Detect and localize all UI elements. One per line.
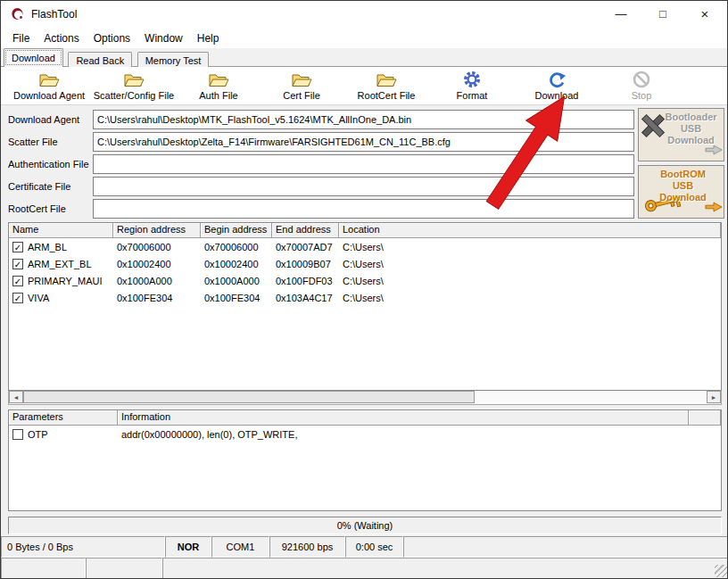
stop-icon [609, 69, 674, 89]
parameters-table: Parameters Information OTP addr(0x000000… [8, 409, 722, 511]
folder-icon [10, 69, 88, 89]
menu-bar: File Actions Options Window Help [1, 28, 727, 48]
rootcert-file-button[interactable]: RootCert File [351, 69, 422, 101]
auth-file-button[interactable]: Auth File [188, 69, 249, 101]
column-header-filler [689, 410, 721, 426]
row-name: PRIMARY_MAUI [28, 276, 103, 286]
row-end-cell: 0x103A4C17 [272, 293, 339, 303]
bootrom-usb-download-button[interactable]: BootROM USB Download [638, 165, 724, 219]
column-header-information[interactable]: Information [118, 410, 689, 426]
column-header-location[interactable]: Location [339, 223, 721, 238]
status-com-port: COM1 [211, 536, 269, 558]
format-button[interactable]: Format [440, 69, 504, 101]
row-begin-cell: 0x1000A000 [201, 276, 272, 286]
download-action-button[interactable]: Download [522, 69, 592, 101]
row-begin-cell: 0x70006000 [201, 242, 272, 252]
minimize-button[interactable]: — [600, 1, 641, 28]
row-end-cell: 0x10009B07 [272, 259, 339, 269]
status-baud-rate: 921600 bps [269, 536, 345, 558]
certificate-file-input[interactable] [93, 177, 634, 196]
row-end-cell: 0x70007AD7 [272, 242, 339, 252]
bootloader-usb-download-button[interactable]: Bootloader USB Download [638, 108, 724, 161]
scatter-file-field-label: Scatter File [8, 136, 58, 147]
download-agent-label: Download Agent [10, 90, 88, 101]
download-agent-button[interactable]: Download Agent [10, 69, 88, 101]
parameter-row[interactable]: OTP addr(0x00000000), len(0), OTP_WRITE, [9, 426, 721, 443]
column-header-region-address[interactable]: Region address [113, 223, 201, 238]
column-header-begin-address[interactable]: Begin address [201, 223, 272, 238]
tab-strip: Download Read Back Memory Test [1, 48, 727, 67]
table-row[interactable]: ✓VIVA 0x100FE304 0x100FE304 0x103A4C17 C… [9, 289, 721, 306]
authentication-file-field-label: Authentication File [8, 159, 89, 170]
file-form: Download Agent Scatter File Authenticati… [1, 106, 727, 222]
stop-label: Stop [609, 90, 674, 101]
parameters-table-header: Parameters Information [9, 410, 721, 426]
status-empty [403, 536, 728, 558]
row-checkbox[interactable]: ✓ [12, 293, 23, 303]
cert-file-button[interactable]: Cert File [270, 69, 333, 101]
folder-icon [351, 69, 422, 89]
row-region-cell: 0x70006000 [113, 242, 201, 252]
row-begin-cell: 0x100FE304 [201, 293, 272, 303]
authentication-file-input[interactable] [93, 154, 634, 174]
auth-file-label: Auth File [188, 90, 249, 101]
row-location-cell: C:\Users\ [339, 276, 721, 286]
maximize-button[interactable]: □ [642, 1, 683, 28]
scatter-config-file-button[interactable]: Scatter/Config File [90, 69, 178, 101]
download-agent-input[interactable] [93, 110, 634, 129]
table-row[interactable]: ✓PRIMARY_MAUI 0x1000A000 0x1000A000 0x10… [9, 272, 721, 289]
menu-options[interactable]: Options [87, 29, 137, 47]
row-checkbox[interactable]: ✓ [12, 242, 23, 252]
tab-download[interactable]: Download [4, 48, 63, 67]
horizontal-scrollbar[interactable]: ◄ ► [8, 391, 722, 405]
download-action-label: Download [522, 90, 592, 101]
parameter-checkbox[interactable] [12, 429, 23, 440]
status-bar: 0 Bytes / 0 Bps NOR COM1 921600 bps 0:00… [1, 536, 728, 558]
scatter-config-file-label: Scatter/Config File [90, 90, 178, 101]
rootcert-file-input[interactable] [93, 199, 634, 219]
row-location-cell: C:\Users\ [339, 259, 721, 269]
bootloader-usb-download-text: Bootloader USB Download [660, 112, 722, 146]
row-checkbox[interactable]: ✓ [12, 259, 23, 269]
status-bar-secondary [1, 558, 728, 579]
row-name: VIVA [28, 293, 49, 303]
table-row[interactable]: ✓ARM_BL 0x70006000 0x70006000 0x70007AD7… [9, 238, 721, 255]
scatter-file-input[interactable] [93, 132, 634, 152]
resize-grip[interactable] [715, 565, 727, 577]
bootloader-line1: Bootloader [660, 112, 722, 123]
column-header-end-address[interactable]: End address [272, 223, 339, 238]
parameter-name-cell: OTP [9, 429, 118, 440]
row-name-cell: ✓VIVA [9, 293, 113, 303]
scrollbar-thumb[interactable] [23, 391, 475, 403]
row-checkbox[interactable]: ✓ [12, 276, 23, 286]
table-row[interactable]: ✓ARM_EXT_BL 0x10002400 0x10002400 0x1000… [9, 255, 721, 272]
column-header-parameters[interactable]: Parameters [9, 410, 118, 426]
rootcert-file-label: RootCert File [351, 90, 422, 101]
status-bytes: 0 Bytes / 0 Bps [1, 536, 165, 558]
download-icon [522, 69, 592, 89]
close-button[interactable]: × [684, 1, 725, 28]
status-storage-type: NOR [165, 536, 211, 558]
row-name-cell: ✓ARM_BL [9, 242, 113, 252]
scrollbar-track[interactable] [23, 391, 707, 404]
window-title: FlashTool [31, 8, 77, 21]
cert-file-label: Cert File [270, 90, 333, 101]
scroll-left-arrow-icon[interactable]: ◄ [9, 391, 23, 403]
row-name: ARM_EXT_BL [28, 259, 92, 269]
row-begin-cell: 0x10002400 [201, 259, 272, 269]
menu-help[interactable]: Help [190, 29, 227, 47]
menu-file[interactable]: File [5, 29, 37, 47]
scroll-right-arrow-icon[interactable]: ► [707, 391, 721, 403]
status-elapsed-time: 0:00 sec [345, 536, 403, 558]
bootrom-usb-download-text: BootROM USB Download [644, 169, 722, 203]
menu-actions[interactable]: Actions [37, 29, 86, 47]
column-header-name[interactable]: Name [9, 223, 113, 238]
gray-arrow-icon [705, 143, 723, 159]
row-name-cell: ✓ARM_EXT_BL [9, 259, 113, 269]
menu-window[interactable]: Window [137, 29, 190, 47]
row-name-cell: ✓PRIMARY_MAUI [9, 276, 113, 286]
progress-bar: 0% (Waiting) [8, 517, 722, 534]
app-logo-icon [11, 7, 25, 21]
certificate-file-field-label: Certificate File [8, 181, 70, 192]
bootrom-line1: BootROM [644, 169, 722, 180]
